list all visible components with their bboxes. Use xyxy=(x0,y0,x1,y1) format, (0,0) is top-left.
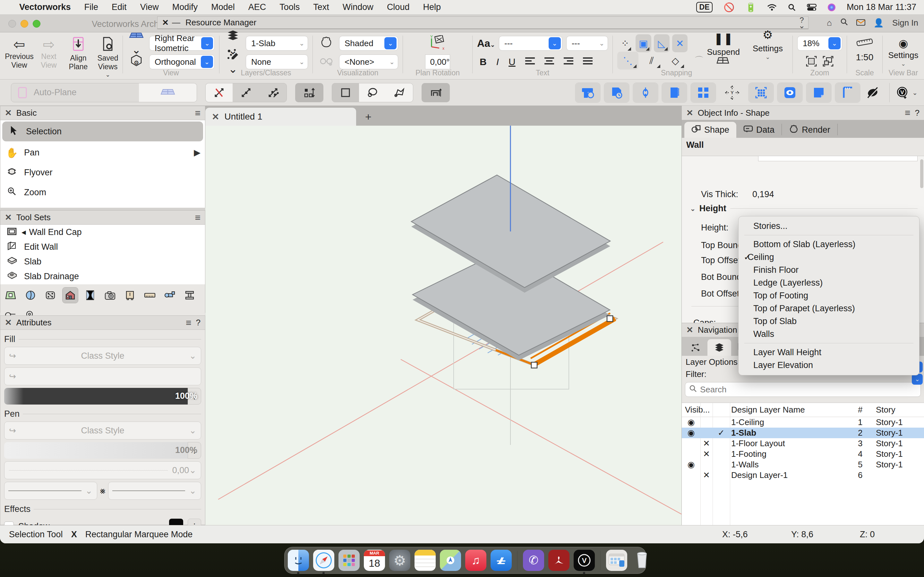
drawing-canvas[interactable] xyxy=(205,126,682,525)
dock-finder-icon[interactable] xyxy=(288,550,309,571)
tool-selection[interactable]: Selection xyxy=(2,121,203,141)
menu-item-top-of-slab[interactable]: Top of Slab xyxy=(738,315,919,327)
fill-opacity-control[interactable]: 100% ⋮ xyxy=(4,388,201,405)
menu-item-walls[interactable]: Walls xyxy=(738,327,919,340)
close-icon[interactable]: ✕ xyxy=(5,213,12,222)
render-mode-dropdown[interactable]: Orthogonal⌄ xyxy=(149,55,215,69)
pen-opacity-control[interactable]: 100% ⋮ xyxy=(4,442,201,459)
collapse-chevron-icon[interactable]: ⌄ xyxy=(690,205,696,213)
render-style-dropdown[interactable]: Shaded⌄ xyxy=(339,36,398,51)
menu-file[interactable]: File xyxy=(84,2,99,12)
tool-flyover[interactable]: Flyover xyxy=(0,163,205,182)
filter-chevron-icon[interactable]: ⌄ xyxy=(912,374,923,385)
viewport-visibility-button[interactable] xyxy=(777,82,803,103)
saved-views-button[interactable]: Saved Views ⌄ xyxy=(93,35,123,79)
pan-axes-button[interactable]: Y xyxy=(719,82,745,103)
dock-downloads-folder-icon[interactable] xyxy=(606,550,627,571)
menu-item-finish-floor[interactable]: Finish Floor xyxy=(738,263,919,276)
toolset-connections-icon[interactable] xyxy=(43,287,58,303)
zoom-level-dropdown[interactable]: 18%⌄ xyxy=(797,36,842,51)
snap-to-intersection-button[interactable]: ✕ xyxy=(672,34,688,52)
visibility-off-icon[interactable]: ✕ xyxy=(700,438,712,448)
line-weight-dropdown[interactable]: 0,00 ⌄ xyxy=(4,461,201,479)
fit-to-page-icon[interactable] xyxy=(806,56,817,68)
close-icon[interactable]: ✕ xyxy=(686,108,693,118)
scrollbar[interactable] xyxy=(920,159,923,188)
menu-help[interactable]: Help xyxy=(423,2,441,12)
layer-search-field[interactable] xyxy=(685,382,921,397)
toolset-curtain-wall-icon[interactable] xyxy=(82,287,98,303)
toolset-gis-icon[interactable] xyxy=(23,287,38,303)
unified-view-button[interactable] xyxy=(662,82,687,103)
mail-icon[interactable] xyxy=(856,18,865,28)
menu-text[interactable]: Text xyxy=(313,2,329,12)
scale-value[interactable]: 1:50 xyxy=(847,52,882,63)
broken-link-icon[interactable]: ⨳ xyxy=(100,486,105,496)
menu-cloud[interactable]: Cloud xyxy=(387,2,410,12)
visibility-off-icon[interactable]: ✕ xyxy=(700,470,712,480)
menu-aec[interactable]: AEC xyxy=(248,2,266,12)
menu-vectorworks[interactable]: Vectorworks xyxy=(19,2,71,12)
toolset-site-planning-icon[interactable] xyxy=(3,287,18,303)
dock-safari-icon[interactable] xyxy=(313,550,334,571)
menu-item-layer-wall-height[interactable]: Layer Wall Height xyxy=(738,346,919,359)
resource-manager-close-icon[interactable]: ✕ xyxy=(162,18,169,27)
table-header[interactable]: Visib... Design Layer Name # Story xyxy=(682,403,924,417)
input-source-indicator[interactable]: DE xyxy=(696,2,713,13)
snap-to-working-plane-button[interactable] xyxy=(712,52,733,69)
align-plane-button[interactable]: Align Plane xyxy=(63,35,93,79)
close-icon[interactable]: ✕ xyxy=(5,108,12,118)
resource-manager-collapse-icon[interactable]: — xyxy=(172,18,180,27)
menu-item-bottom-of-slab[interactable]: Bottom of Slab (Layerless) xyxy=(738,238,919,251)
tool-edit-wall[interactable]: Edit Wall xyxy=(0,239,205,254)
fit-to-objects-icon[interactable] xyxy=(822,56,834,68)
close-icon[interactable]: ✕ xyxy=(686,325,693,335)
visibility-eye-icon[interactable]: ◉ xyxy=(682,460,700,470)
snap-to-object-button[interactable]: ▣ xyxy=(636,34,651,52)
move-by-points-mode-button[interactable] xyxy=(295,83,323,102)
palette-menu-icon[interactable]: ≡ xyxy=(195,212,200,223)
active-class-dropdown[interactable]: None⌄ xyxy=(246,55,308,69)
stack-layers-button[interactable] xyxy=(633,82,658,103)
tab-render[interactable]: Render xyxy=(782,122,837,138)
autosave-button[interactable] xyxy=(604,82,630,103)
smart-edge-button[interactable]: ⫽ xyxy=(641,52,662,69)
document-tab[interactable]: ✕ Untitled 1 xyxy=(205,108,356,126)
visibility-eye-icon[interactable]: ◉ xyxy=(682,417,700,427)
menu-item-ceiling[interactable]: ✓ Ceiling xyxy=(738,251,919,263)
view-projection-dropdown[interactable]: Right Rear Isometric⌄ xyxy=(149,36,215,51)
interactive-scaling-single-button[interactable] xyxy=(233,83,260,102)
render-style-teapot-icon[interactable] xyxy=(317,37,335,50)
help-icon[interactable]: ? xyxy=(196,318,200,327)
symbol-scale-mode-button[interactable] xyxy=(422,83,450,102)
close-tab-icon[interactable]: ✕ xyxy=(212,111,219,122)
control-center-icon[interactable] xyxy=(807,4,817,11)
palette-menu-icon[interactable]: ≡ xyxy=(186,318,192,328)
tab-design-layers[interactable] xyxy=(708,339,731,356)
dock-settings-icon[interactable]: ⚙ xyxy=(389,550,410,571)
align-left-icon[interactable] xyxy=(525,57,535,67)
tab-data[interactable]: Data xyxy=(736,122,782,138)
view-bar-settings-button[interactable]: Settings xyxy=(883,50,924,60)
visibility-off-icon[interactable]: ✕ xyxy=(700,449,712,459)
menu-view[interactable]: View xyxy=(140,2,159,12)
palette-menu-icon[interactable]: ≡ xyxy=(905,107,911,118)
menu-item-ledge[interactable]: Ledge (Layerless) xyxy=(738,276,919,289)
line-style-end-dropdown[interactable]: ⌄ xyxy=(108,482,201,500)
dock-notes-icon[interactable] xyxy=(415,550,436,571)
toolset-mep-icon[interactable] xyxy=(162,287,178,303)
next-view-button[interactable]: ⇨ Next View xyxy=(34,35,63,79)
snap-to-grid-button[interactable]: ⁘ xyxy=(617,34,633,52)
text-format-button[interactable]: Aa⌄ xyxy=(477,37,495,49)
menu-edit[interactable]: Edit xyxy=(111,2,127,12)
visibility-eye-icon[interactable]: ◉ xyxy=(682,428,700,438)
table-row-selected[interactable]: ◉ ✓ 1-Slab 2 Story-1 xyxy=(682,428,924,438)
bluetooth-icon[interactable]: 🚫 xyxy=(724,2,734,13)
battery-icon[interactable]: 🔋 xyxy=(745,2,756,13)
dock-calendar-icon[interactable]: MAR 18 xyxy=(364,550,385,571)
menu-modify[interactable]: Modify xyxy=(172,2,198,12)
align-center-icon[interactable] xyxy=(544,57,554,67)
align-right-icon[interactable] xyxy=(564,57,573,67)
tool-slab-drainage[interactable]: Slab Drainage xyxy=(0,269,205,284)
close-icon[interactable]: ✕ xyxy=(5,318,12,327)
